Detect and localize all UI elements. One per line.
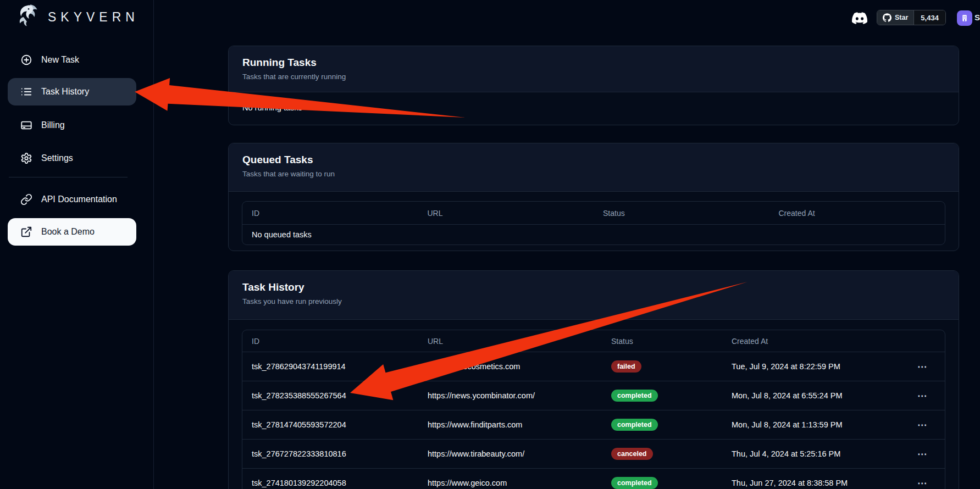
status-badge: completed bbox=[611, 419, 658, 431]
sidebar-item-label: API Documentation bbox=[41, 195, 117, 204]
column-header-id: ID bbox=[242, 337, 418, 346]
skyvern-dragon-icon bbox=[13, 2, 43, 32]
column-header-url: URL bbox=[418, 209, 594, 218]
cell-task-url: https://tartecosmetics.com bbox=[418, 362, 602, 371]
profile-name-clipped[interactable]: Sh bbox=[975, 13, 980, 24]
task-history-card: Task History Tasks you have run previous… bbox=[228, 270, 959, 489]
list-icon bbox=[20, 86, 32, 98]
row-actions-ellipsis-button[interactable]: ⋯ bbox=[914, 390, 945, 402]
queued-tasks-card: Queued Tasks Tasks that are waiting to r… bbox=[228, 143, 959, 251]
sidebar-item-label: Settings bbox=[41, 153, 73, 163]
table-row[interactable]: tsk_278629043741199914 https://tartecosm… bbox=[242, 352, 945, 381]
external-link-icon bbox=[20, 226, 32, 238]
sidebar-item-settings[interactable]: Settings bbox=[8, 145, 136, 172]
sidebar: SKYVERN New Task Task History Billing bbox=[0, 0, 154, 489]
github-star-button[interactable]: Star 5,434 bbox=[877, 10, 946, 25]
app-root: SKYVERN New Task Task History Billing bbox=[0, 0, 980, 489]
card-title: Queued Tasks bbox=[242, 154, 945, 166]
cell-task-id: tsk_278629043741199914 bbox=[242, 362, 418, 371]
discord-icon[interactable] bbox=[852, 10, 867, 26]
running-tasks-header: Running Tasks Tasks that are currently r… bbox=[229, 46, 959, 92]
table-row[interactable]: tsk_278235388555267564 https://news.ycom… bbox=[242, 381, 945, 410]
status-badge: completed bbox=[611, 390, 658, 402]
cell-task-url: https://www.tirabeauty.com/ bbox=[418, 449, 602, 458]
sidebar-item-billing[interactable]: Billing bbox=[8, 112, 136, 139]
task-history-table: ID URL Status Created At tsk_27862904374… bbox=[242, 330, 945, 489]
status-badge: completed bbox=[611, 477, 658, 489]
cell-task-status: canceled bbox=[602, 448, 722, 460]
table-header-row: ID URL Status Created At bbox=[242, 330, 945, 352]
cell-created-at: Thu, Jul 4, 2024 at 5:25:16 PM bbox=[722, 449, 914, 458]
sidebar-divider bbox=[9, 177, 128, 177]
cell-task-id: tsk_276727822333810816 bbox=[242, 449, 418, 458]
card-title: Running Tasks bbox=[242, 57, 945, 69]
brand-name: SKYVERN bbox=[48, 10, 139, 25]
cell-task-id: tsk_278147405593572204 bbox=[242, 420, 418, 429]
table-header-row: ID URL Status Created At bbox=[242, 202, 945, 224]
card-subtitle: Tasks you have run previously bbox=[242, 297, 945, 305]
column-header-created-at: Created At bbox=[769, 209, 945, 218]
cell-created-at: Mon, Jul 8, 2024 at 6:55:24 PM bbox=[722, 391, 914, 400]
cell-task-url: https://www.finditparts.com bbox=[418, 420, 602, 429]
cell-task-id: tsk_278235388555267564 bbox=[242, 391, 418, 400]
table-row[interactable]: tsk_274180139292204058 https://www.geico… bbox=[242, 468, 945, 489]
card-subtitle: Tasks that are currently running bbox=[242, 73, 945, 81]
row-actions-ellipsis-button[interactable]: ⋯ bbox=[914, 361, 945, 373]
sidebar-item-task-history[interactable]: Task History bbox=[8, 78, 136, 105]
link-icon bbox=[20, 193, 32, 205]
cell-task-url: https://www.geico.com bbox=[418, 479, 602, 487]
sidebar-item-label: Book a Demo bbox=[41, 227, 95, 237]
table-row[interactable]: tsk_278147405593572204 https://www.findi… bbox=[242, 410, 945, 439]
organization-building-icon bbox=[960, 14, 969, 23]
credit-card-icon bbox=[20, 119, 32, 131]
cell-created-at: Mon, Jul 8, 2024 at 1:13:59 PM bbox=[722, 420, 914, 429]
column-header-id: ID bbox=[242, 209, 418, 218]
queued-tasks-table: ID URL Status Created At No queued tasks bbox=[242, 201, 945, 245]
row-actions-ellipsis-button[interactable]: ⋯ bbox=[914, 419, 945, 431]
github-icon bbox=[883, 13, 892, 22]
sidebar-item-label: Billing bbox=[41, 120, 65, 130]
sidebar-item-label: New Task bbox=[41, 55, 79, 65]
sidebar-item-book-a-demo[interactable]: Book a Demo bbox=[8, 218, 136, 246]
github-star-segment: Star bbox=[877, 10, 913, 25]
card-subtitle: Tasks that are waiting to run bbox=[242, 170, 945, 178]
github-star-label: Star bbox=[895, 14, 908, 21]
plus-circle-icon bbox=[20, 54, 32, 66]
brand-logo[interactable]: SKYVERN bbox=[13, 2, 139, 32]
gear-icon bbox=[20, 152, 32, 164]
history-table-body: tsk_278629043741199914 https://tartecosm… bbox=[242, 352, 945, 489]
sidebar-item-label: Task History bbox=[41, 87, 89, 97]
cell-task-status: completed bbox=[602, 419, 722, 431]
running-tasks-empty-text: No running tasks bbox=[229, 92, 959, 123]
cell-task-status: failed bbox=[602, 360, 722, 373]
status-badge: failed bbox=[611, 360, 641, 373]
column-header-status: Status bbox=[594, 209, 769, 218]
cell-task-url: https://news.ycombinator.com/ bbox=[418, 391, 602, 400]
sidebar-item-new-task[interactable]: New Task bbox=[8, 46, 136, 74]
queued-tasks-header: Queued Tasks Tasks that are waiting to r… bbox=[229, 143, 959, 192]
table-row[interactable]: tsk_276727822333810816 https://www.tirab… bbox=[242, 439, 945, 468]
sidebar-item-api-documentation[interactable]: API Documentation bbox=[8, 186, 136, 213]
column-header-created-at: Created At bbox=[722, 337, 914, 346]
cell-created-at: Tue, Jul 9, 2024 at 8:22:59 PM bbox=[722, 362, 914, 371]
row-actions-ellipsis-button[interactable]: ⋯ bbox=[914, 448, 945, 460]
cell-created-at: Thu, Jun 27, 2024 at 8:38:58 PM bbox=[722, 479, 914, 487]
running-tasks-card: Running Tasks Tasks that are currently r… bbox=[228, 46, 959, 125]
cell-task-id: tsk_274180139292204058 bbox=[242, 479, 418, 487]
row-actions-ellipsis-button[interactable]: ⋯ bbox=[914, 477, 945, 489]
cell-task-status: completed bbox=[602, 390, 722, 402]
column-header-status: Status bbox=[602, 337, 722, 346]
column-header-url: URL bbox=[418, 337, 602, 346]
profile-avatar[interactable] bbox=[957, 10, 972, 26]
status-badge: canceled bbox=[611, 448, 653, 460]
github-star-count: 5,434 bbox=[913, 10, 945, 25]
queued-tasks-empty-text: No queued tasks bbox=[242, 224, 945, 244]
card-title: Task History bbox=[242, 281, 945, 293]
cell-task-status: completed bbox=[602, 477, 722, 489]
task-history-header: Task History Tasks you have run previous… bbox=[229, 271, 959, 320]
